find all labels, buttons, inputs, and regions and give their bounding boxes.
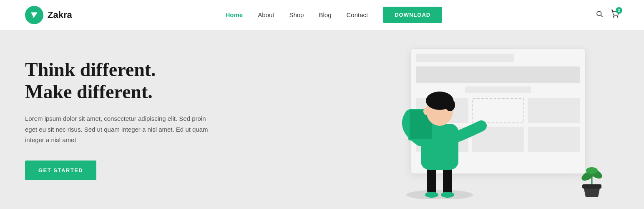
hero-section: Think different. Make different. Lorem i… xyxy=(0,30,644,209)
person-illustration xyxy=(385,57,502,199)
hero-title: Think different. Make different. xyxy=(25,59,217,103)
svg-point-8 xyxy=(441,192,454,198)
plant-illustration xyxy=(577,161,606,199)
nav-blog[interactable]: Blog xyxy=(319,11,331,18)
browser-cell-6 xyxy=(528,127,580,152)
hero-content: Think different. Make different. Lorem i… xyxy=(25,59,217,180)
svg-point-7 xyxy=(425,192,438,198)
cart-button[interactable]: 0 xyxy=(611,10,619,20)
logo-icon xyxy=(25,6,43,24)
header: Zakra Home About Shop Blog Contact DOWNL… xyxy=(0,0,644,30)
main-nav: Home About Shop Blog Contact DOWNLOAD xyxy=(226,7,443,23)
nav-about[interactable]: About xyxy=(258,11,274,18)
browser-cell-3 xyxy=(528,98,580,123)
nav-home[interactable]: Home xyxy=(226,11,243,18)
svg-point-3 xyxy=(617,17,618,18)
svg-line-1 xyxy=(601,15,602,17)
svg-point-14 xyxy=(445,99,455,111)
nav-shop[interactable]: Shop xyxy=(289,11,304,18)
svg-point-15 xyxy=(423,107,429,115)
hero-illustration xyxy=(377,40,619,199)
svg-rect-6 xyxy=(443,166,452,195)
svg-point-4 xyxy=(406,190,473,199)
logo-text: Zakra xyxy=(48,10,72,20)
svg-point-2 xyxy=(614,17,614,18)
svg-point-20 xyxy=(586,167,598,174)
hero-description: Lorem ipsum dolor sit amet, consectetur … xyxy=(25,113,217,145)
search-icon xyxy=(596,11,603,19)
svg-point-0 xyxy=(597,11,601,16)
download-button[interactable]: DOWNLOAD xyxy=(383,7,442,23)
svg-rect-16 xyxy=(582,184,601,189)
search-button[interactable] xyxy=(596,10,603,20)
svg-rect-5 xyxy=(427,166,436,195)
nav-contact[interactable]: Contact xyxy=(346,11,368,18)
logo[interactable]: Zakra xyxy=(25,6,72,24)
get-started-button[interactable]: GET STARTED xyxy=(25,161,96,180)
cart-badge: 0 xyxy=(616,7,622,14)
header-icons: 0 xyxy=(596,10,619,20)
